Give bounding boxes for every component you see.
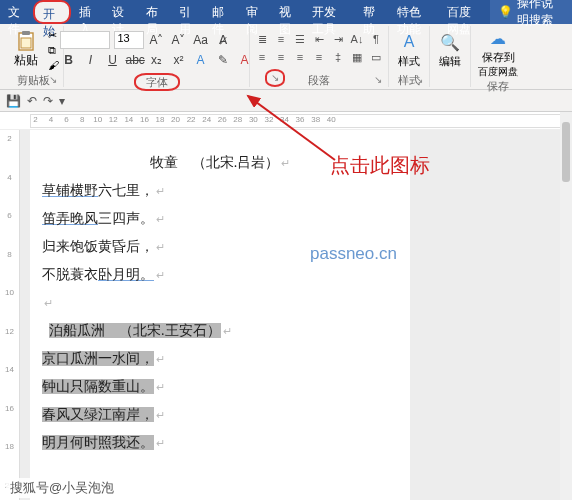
text-effects-button[interactable]: A — [192, 51, 210, 69]
poem1-line1: 草铺横野六七里，↵ — [42, 178, 398, 204]
styles-launcher-icon[interactable]: ↘ — [415, 73, 423, 87]
poem2-line3: 春风又绿江南岸，↵ — [42, 402, 398, 428]
poem1-line2: 笛弄晚风三四声。↵ — [42, 206, 398, 232]
group-paragraph: ≣ ≡ ☰ ⇤ ⇥ A↓ ¶ ≡ ≡ ≡ ≡ ‡ ▦ ▭ 段落↘ — [250, 26, 389, 87]
tab-layout[interactable]: 布局 — [138, 0, 171, 24]
sort-button[interactable]: A↓ — [349, 33, 365, 49]
justify-button[interactable]: ≡ — [311, 51, 327, 67]
tab-mailings[interactable]: 邮件 — [204, 0, 237, 24]
qat-redo-icon[interactable]: ↷ — [43, 94, 53, 108]
poem2-title: 泊船瓜洲 （北宋.王安石）↵ — [42, 318, 398, 344]
bold-button[interactable]: B — [60, 51, 78, 69]
qat-save-icon[interactable]: 💾 — [6, 94, 21, 108]
grow-font-button[interactable]: A˄ — [148, 31, 166, 49]
group-styles: A 样式 样式↘ — [389, 26, 430, 87]
find-icon: 🔍 — [440, 30, 460, 54]
group-font: 13 A˄ A˅ Aa A̷ B I U abc x₂ x² A ✎ A 字体 … — [64, 26, 250, 87]
paste-button[interactable]: 粘贴 — [8, 30, 44, 69]
tab-baidu[interactable]: 百度网盘 — [439, 0, 490, 24]
poem1-line4: 不脱蓑衣卧月明。↵ — [42, 262, 398, 288]
cloud-icon: ☁ — [490, 26, 506, 50]
tab-developer[interactable]: 开发工具 — [304, 0, 355, 24]
document-page[interactable]: 牧童 （北宋.吕岩）↵ 草铺横野六七里，↵ 笛弄晚风三四声。↵ 归来饱饭黄昏后，… — [30, 130, 410, 500]
bulb-icon: 💡 — [498, 5, 513, 19]
group-clipboard: 粘贴 ✂ ⧉ 🖌 剪贴板↘ — [4, 26, 64, 87]
blank-line: ↵ — [42, 290, 398, 316]
tab-strip: 文件 开始 插入 设计 布局 引用 邮件 审阅 视图 开发工具 帮助 特色功能 … — [0, 0, 572, 24]
numbering-button[interactable]: ≡ — [273, 33, 289, 49]
paste-label: 粘贴 — [14, 52, 38, 69]
font-size-input[interactable]: 13 — [114, 31, 144, 49]
tab-insert[interactable]: 插入 — [71, 0, 104, 24]
save-group-label: 保存 — [487, 80, 509, 92]
paragraph-launcher-icon[interactable]: ↘ — [374, 73, 382, 87]
shrink-font-button[interactable]: A˅ — [170, 31, 188, 49]
svg-rect-2 — [21, 38, 31, 48]
document-area: 2468101214161820 牧童 （北宋.吕岩）↵ 草铺横野六七里，↵ 笛… — [0, 130, 572, 500]
styles-icon: A — [404, 30, 415, 54]
tab-design[interactable]: 设计 — [104, 0, 137, 24]
scrollbar-thumb[interactable] — [562, 122, 570, 182]
poem2-line4: 明月何时照我还。↵ — [42, 430, 398, 456]
annotation-callout: 点击此图标 — [330, 152, 430, 179]
group-save: ☁ 保存到 百度网盘 保存 — [471, 26, 525, 87]
tab-home[interactable]: 开始 — [33, 0, 70, 24]
vertical-scrollbar[interactable] — [560, 112, 572, 500]
tab-file[interactable]: 文件 — [0, 0, 33, 24]
editing-label: 编辑 — [439, 54, 461, 69]
editing-button[interactable]: 🔍 编辑 — [434, 30, 466, 69]
tell-me-label: 操作说明搜索 — [517, 0, 564, 29]
clipboard-group-label: 剪贴板 — [17, 74, 50, 86]
font-name-input[interactable] — [60, 31, 110, 49]
align-left-button[interactable]: ≡ — [254, 51, 270, 67]
show-marks-button[interactable]: ¶ — [368, 33, 384, 49]
ruler-vertical: 2468101214161820 — [0, 130, 20, 500]
decrease-indent-button[interactable]: ⇤ — [311, 33, 327, 49]
qat-customize-icon[interactable]: ▾ — [59, 94, 65, 108]
paragraph-group-label: 段落 — [308, 74, 330, 86]
italic-button[interactable]: I — [82, 51, 100, 69]
multilevel-button[interactable]: ☰ — [292, 33, 308, 49]
borders-button[interactable]: ▭ — [368, 51, 384, 67]
styles-button[interactable]: A 样式 — [393, 30, 425, 69]
quick-access-toolbar: 💾 ↶ ↷ ▾ — [0, 90, 572, 112]
ruler-horizontal: 2 4 6 8 10 12 14 16 18 20 22 24 26 28 30… — [0, 112, 572, 130]
shading-button[interactable]: ▦ — [349, 51, 365, 67]
tab-help[interactable]: 帮助 — [355, 0, 388, 24]
tab-references[interactable]: 引用 — [171, 0, 204, 24]
align-right-button[interactable]: ≡ — [292, 51, 308, 67]
poem2-line1: 京口瓜洲一水间，↵ — [42, 346, 398, 372]
align-center-button[interactable]: ≡ — [273, 51, 289, 67]
tab-view[interactable]: 视图 — [271, 0, 304, 24]
format-painter-button[interactable]: 🖌 — [48, 59, 59, 71]
group-editing: 🔍 编辑 — [430, 26, 471, 87]
highlight-button[interactable]: ✎ — [214, 51, 232, 69]
save-baidu-button[interactable]: ☁ 保存到 百度网盘 — [475, 26, 521, 79]
subscript-button[interactable]: x₂ — [148, 51, 166, 69]
clipboard-icon — [16, 30, 36, 52]
clear-format-button[interactable]: A̷ — [214, 31, 232, 49]
qat-undo-icon[interactable]: ↶ — [27, 94, 37, 108]
ribbon: 粘贴 ✂ ⧉ 🖌 剪贴板↘ 13 A˄ A˅ Aa A̷ B I U — [0, 24, 572, 90]
superscript-button[interactable]: x² — [170, 51, 188, 69]
font-group-label: 字体 — [146, 76, 168, 88]
underline-button[interactable]: U — [104, 51, 122, 69]
increase-indent-button[interactable]: ⇥ — [330, 33, 346, 49]
copy-button[interactable]: ⧉ — [48, 44, 59, 57]
cut-button[interactable]: ✂ — [48, 29, 59, 42]
footer-watermark: 搜狐号@小吴泡泡 — [6, 478, 118, 498]
line-spacing-button[interactable]: ‡ — [330, 51, 346, 67]
svg-rect-1 — [22, 31, 30, 35]
save-top-label: 保存到 — [482, 50, 515, 65]
bullets-button[interactable]: ≣ — [254, 33, 270, 49]
change-case-button[interactable]: Aa — [192, 31, 210, 49]
strike-button[interactable]: abc — [126, 51, 144, 69]
styles-label: 样式 — [398, 54, 420, 69]
save-bottom-label: 百度网盘 — [478, 65, 518, 79]
tell-me-search[interactable]: 💡 操作说明搜索 — [490, 0, 572, 24]
watermark-text: passneo.cn — [310, 244, 397, 264]
poem2-line2: 钟山只隔数重山。↵ — [42, 374, 398, 400]
tab-special[interactable]: 特色功能 — [389, 0, 440, 24]
clipboard-launcher-icon[interactable]: ↘ — [49, 73, 57, 87]
tab-review[interactable]: 审阅 — [238, 0, 271, 24]
